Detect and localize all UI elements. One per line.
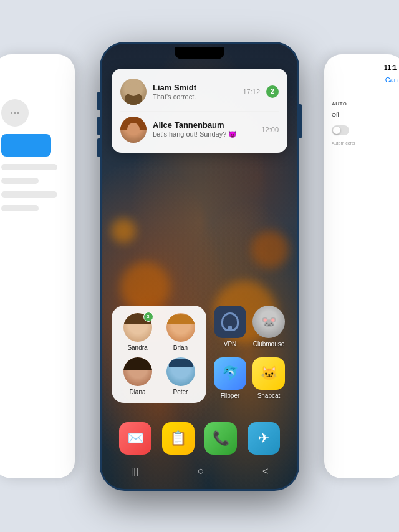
notification-item-1[interactable]: Liam Smidt That's correct. 17:12 2: [120, 76, 279, 107]
left-blue-block: [1, 134, 51, 157]
notch: [175, 47, 224, 59]
notif-badge-1: 2: [266, 85, 279, 98]
right-toggle[interactable]: [332, 125, 349, 135]
nav-recent-button[interactable]: <: [262, 466, 268, 477]
phone-frame: Liam Smidt That's correct. 17:12 2 Alice…: [100, 42, 299, 491]
contact-badge-sandra: 3: [143, 312, 153, 322]
nav-home-button[interactable]: ○: [198, 465, 204, 478]
status-bar: [102, 44, 297, 62]
bokeh-dot-1: [120, 262, 170, 312]
notif-name-1: Liam Smidt: [153, 83, 236, 92]
dock-notes-icon[interactable]: 📋: [162, 422, 195, 455]
apps-right: VPN 🐭 Clubmouse: [214, 306, 285, 403]
notif-time-1: 17:12: [243, 88, 260, 95]
notif-time-2: 12:00: [261, 126, 279, 133]
app-grid-row: 3 Sandra Brian: [112, 306, 287, 403]
app-icon-flipper[interactable]: 🐬 Flipper: [214, 357, 246, 403]
app-icon-vpn[interactable]: VPN: [214, 306, 246, 351]
notif-message-2: Let's hang out! Sunday? 😈: [153, 130, 255, 138]
dock-phone-icon[interactable]: 📞: [204, 422, 237, 455]
dock-telegram-icon[interactable]: ✈: [248, 422, 280, 455]
avatar-peter: [166, 357, 195, 386]
avatar-brian: [166, 313, 195, 342]
clubmouse-label: Clubmouse: [253, 341, 285, 347]
vpn-label: VPN: [224, 341, 237, 347]
left-gray-line-4: [1, 205, 39, 211]
contact-item-diana[interactable]: Diana: [119, 357, 156, 395]
contacts-widget: 3 Sandra Brian: [112, 306, 206, 403]
phone-center: Liam Smidt That's correct. 17:12 2 Alice…: [100, 42, 299, 491]
contact-item-brian[interactable]: Brian: [162, 313, 199, 351]
snapcat-icon-img: 🐱: [252, 357, 285, 390]
clubmouse-icon-img: 🐭: [252, 306, 285, 338]
bokeh-dot-3: [251, 231, 289, 268]
scene: ··· 11:1 Can AUTO Off Autom certa: [0, 0, 399, 532]
app-icon-snapcat[interactable]: 🐱 Snapcat: [252, 357, 285, 403]
notif-message-1: That's correct.: [153, 93, 236, 100]
notification-card: Liam Smidt That's correct. 17:12 2 Alice…: [112, 69, 287, 153]
contact-name-diana: Diana: [129, 389, 145, 395]
dock-mail-icon[interactable]: ✉️: [119, 422, 151, 455]
contact-name-peter: Peter: [173, 389, 188, 395]
left-gray-line-3: [1, 191, 57, 198]
left-gray-line-1: [1, 164, 57, 170]
vpn-shape: [221, 312, 239, 331]
contact-name-brian: Brian: [173, 344, 188, 351]
right-section-title: AUTO: [329, 101, 399, 107]
flipper-icon-img: 🐬: [214, 357, 246, 390]
right-desc: Autom certa: [329, 140, 399, 147]
contact-item-sandra[interactable]: 3 Sandra: [119, 313, 156, 351]
left-gray-line-2: [1, 178, 39, 184]
nav-bar: ||| ○ <: [102, 459, 297, 484]
left-chat-icon: ···: [1, 99, 29, 127]
app-grid: 3 Sandra Brian: [112, 306, 287, 408]
dock: ✉️ 📋 📞 ✈: [114, 422, 285, 455]
bokeh-dot-5: [111, 218, 136, 243]
avatar-liam: [120, 79, 147, 105]
phone-right: 11:1 Can AUTO Off Autom certa: [324, 54, 399, 478]
notif-name-2: Alice Tannenbaum: [153, 120, 255, 130]
app-icon-clubmouse[interactable]: 🐭 Clubmouse: [252, 306, 285, 351]
right-time: 11:1: [329, 64, 399, 71]
right-option-off: Off: [329, 112, 399, 118]
contact-name-sandra: Sandra: [127, 344, 147, 351]
snapcat-label: Snapcat: [257, 392, 281, 399]
notification-item-2[interactable]: Alice Tannenbaum Let's hang out! Sunday?…: [120, 111, 279, 145]
notif-content-1: Liam Smidt That's correct.: [153, 83, 236, 100]
nav-back-button[interactable]: |||: [131, 467, 140, 476]
contact-item-peter[interactable]: Peter: [162, 357, 199, 395]
avatar-alice: [120, 117, 147, 143]
avatar-diana: [123, 357, 152, 386]
phone-screen: Liam Smidt That's correct. 17:12 2 Alice…: [102, 44, 297, 489]
vpn-icon-img: [214, 306, 246, 338]
phone-left: ···: [0, 54, 75, 478]
notif-content-2: Alice Tannenbaum Let's hang out! Sunday?…: [153, 120, 255, 138]
cancel-button[interactable]: Can: [385, 76, 398, 84]
flipper-label: Flipper: [221, 392, 240, 399]
